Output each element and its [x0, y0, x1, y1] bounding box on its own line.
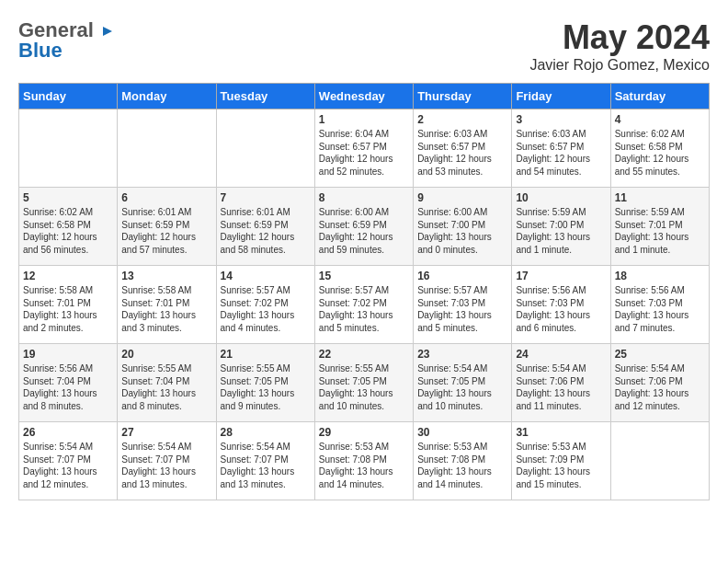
- day-number: 13: [121, 270, 211, 282]
- day-number: 31: [516, 426, 606, 439]
- day-number: 11: [615, 191, 705, 204]
- day-number: 30: [417, 426, 507, 439]
- calendar-week-row: 26Sunrise: 5:54 AM Sunset: 7:07 PM Dayli…: [19, 422, 710, 500]
- day-content: Sunrise: 6:00 AM Sunset: 7:00 PM Dayligh…: [417, 206, 507, 256]
- day-content: Sunrise: 5:56 AM Sunset: 7:04 PM Dayligh…: [23, 362, 113, 412]
- day-number: 19: [23, 348, 113, 361]
- day-content: Sunrise: 5:54 AM Sunset: 7:06 PM Dayligh…: [516, 362, 606, 412]
- day-content: Sunrise: 5:58 AM Sunset: 7:01 PM Dayligh…: [23, 284, 113, 334]
- calendar-week-row: 12Sunrise: 5:58 AM Sunset: 7:01 PM Dayli…: [19, 266, 710, 344]
- day-number: 12: [23, 270, 113, 282]
- day-content: Sunrise: 5:59 AM Sunset: 7:00 PM Dayligh…: [516, 206, 606, 256]
- day-content: Sunrise: 6:01 AM Sunset: 6:59 PM Dayligh…: [221, 206, 311, 256]
- table-row: [216, 109, 314, 188]
- table-row: 23Sunrise: 5:54 AM Sunset: 7:05 PM Dayli…: [414, 344, 512, 422]
- table-row: 21Sunrise: 5:55 AM Sunset: 7:05 PM Dayli…: [216, 344, 314, 422]
- day-number: 21: [221, 348, 311, 361]
- day-content: Sunrise: 6:01 AM Sunset: 6:59 PM Dayligh…: [121, 206, 211, 256]
- day-number: 10: [516, 191, 606, 204]
- table-row: 14Sunrise: 5:57 AM Sunset: 7:02 PM Dayli…: [216, 266, 314, 344]
- day-content: Sunrise: 6:02 AM Sunset: 6:58 PM Dayligh…: [23, 206, 113, 256]
- table-row: 9Sunrise: 6:00 AM Sunset: 7:00 PM Daylig…: [414, 188, 512, 266]
- day-number: 6: [121, 191, 211, 204]
- table-row: 25Sunrise: 5:54 AM Sunset: 7:06 PM Dayli…: [610, 344, 709, 422]
- location-subtitle: Javier Rojo Gomez, Mexico: [529, 57, 710, 74]
- day-number: 23: [417, 348, 507, 361]
- header-monday: Monday: [118, 84, 216, 109]
- title-block: May 2024 Javier Rojo Gomez, Mexico: [529, 18, 710, 74]
- table-row: 6Sunrise: 6:01 AM Sunset: 6:59 PM Daylig…: [118, 188, 216, 266]
- day-content: Sunrise: 5:55 AM Sunset: 7:05 PM Dayligh…: [319, 362, 409, 412]
- table-row: 22Sunrise: 5:55 AM Sunset: 7:05 PM Dayli…: [314, 344, 413, 422]
- day-content: Sunrise: 5:53 AM Sunset: 7:08 PM Dayligh…: [417, 441, 507, 490]
- day-number: 9: [417, 191, 507, 204]
- table-row: 1Sunrise: 6:04 AM Sunset: 6:57 PM Daylig…: [314, 109, 413, 188]
- day-content: Sunrise: 5:55 AM Sunset: 7:05 PM Dayligh…: [221, 362, 311, 412]
- day-number: 15: [319, 270, 409, 282]
- day-number: 7: [221, 191, 311, 204]
- table-row: 29Sunrise: 5:53 AM Sunset: 7:08 PM Dayli…: [314, 422, 413, 500]
- svg-marker-0: [103, 27, 112, 36]
- day-content: Sunrise: 6:03 AM Sunset: 6:57 PM Dayligh…: [516, 128, 606, 178]
- day-content: Sunrise: 5:54 AM Sunset: 7:07 PM Dayligh…: [23, 441, 113, 490]
- table-row: 13Sunrise: 5:58 AM Sunset: 7:01 PM Dayli…: [118, 266, 216, 344]
- table-row: 11Sunrise: 5:59 AM Sunset: 7:01 PM Dayli…: [610, 188, 709, 266]
- day-number: 25: [615, 348, 705, 361]
- table-row: 26Sunrise: 5:54 AM Sunset: 7:07 PM Dayli…: [19, 422, 118, 500]
- header-wednesday: Wednesday: [314, 84, 413, 109]
- day-content: Sunrise: 5:54 AM Sunset: 7:07 PM Dayligh…: [221, 441, 311, 490]
- day-content: Sunrise: 6:02 AM Sunset: 6:58 PM Dayligh…: [615, 128, 705, 178]
- day-number: 1: [319, 113, 409, 126]
- table-row: 24Sunrise: 5:54 AM Sunset: 7:06 PM Dayli…: [512, 344, 610, 422]
- day-number: 28: [221, 426, 311, 439]
- table-row: 17Sunrise: 5:56 AM Sunset: 7:03 PM Dayli…: [512, 266, 610, 344]
- day-content: Sunrise: 5:57 AM Sunset: 7:03 PM Dayligh…: [417, 284, 507, 334]
- day-content: Sunrise: 5:57 AM Sunset: 7:02 PM Dayligh…: [221, 284, 311, 334]
- day-content: Sunrise: 5:56 AM Sunset: 7:03 PM Dayligh…: [615, 284, 705, 334]
- header-sunday: Sunday: [19, 84, 118, 109]
- table-row: 15Sunrise: 5:57 AM Sunset: 7:02 PM Dayli…: [314, 266, 413, 344]
- calendar-week-row: 5Sunrise: 6:02 AM Sunset: 6:58 PM Daylig…: [19, 188, 710, 266]
- day-content: Sunrise: 6:03 AM Sunset: 6:57 PM Dayligh…: [417, 128, 507, 178]
- logo: General Blue: [18, 18, 114, 63]
- day-number: 4: [615, 113, 705, 126]
- table-row: 5Sunrise: 6:02 AM Sunset: 6:58 PM Daylig…: [19, 188, 118, 266]
- day-content: Sunrise: 5:59 AM Sunset: 7:01 PM Dayligh…: [615, 206, 705, 256]
- day-number: 29: [319, 426, 409, 439]
- day-number: 3: [516, 113, 606, 126]
- calendar-week-row: 1Sunrise: 6:04 AM Sunset: 6:57 PM Daylig…: [19, 109, 710, 188]
- day-number: 2: [417, 113, 507, 126]
- day-content: Sunrise: 6:04 AM Sunset: 6:57 PM Dayligh…: [319, 128, 409, 178]
- day-content: Sunrise: 5:54 AM Sunset: 7:06 PM Dayligh…: [615, 362, 705, 412]
- table-row: 2Sunrise: 6:03 AM Sunset: 6:57 PM Daylig…: [414, 109, 512, 188]
- table-row: 8Sunrise: 6:00 AM Sunset: 6:59 PM Daylig…: [314, 188, 413, 266]
- header-saturday: Saturday: [610, 84, 709, 109]
- day-content: Sunrise: 5:56 AM Sunset: 7:03 PM Dayligh…: [516, 284, 606, 334]
- logo-blue-text: Blue: [18, 39, 63, 63]
- table-row: 12Sunrise: 5:58 AM Sunset: 7:01 PM Dayli…: [19, 266, 118, 344]
- table-row: 28Sunrise: 5:54 AM Sunset: 7:07 PM Dayli…: [216, 422, 314, 500]
- table-row: 19Sunrise: 5:56 AM Sunset: 7:04 PM Dayli…: [19, 344, 118, 422]
- page-header: General Blue May 2024 Javier Rojo Gomez,…: [18, 18, 710, 74]
- day-content: Sunrise: 5:53 AM Sunset: 7:08 PM Dayligh…: [319, 441, 409, 490]
- table-row: 20Sunrise: 5:55 AM Sunset: 7:04 PM Dayli…: [118, 344, 216, 422]
- table-row: 10Sunrise: 5:59 AM Sunset: 7:00 PM Dayli…: [512, 188, 610, 266]
- table-row: [118, 109, 216, 188]
- day-number: 26: [23, 426, 113, 439]
- calendar-table: Sunday Monday Tuesday Wednesday Thursday…: [18, 83, 710, 500]
- day-number: 14: [221, 270, 311, 282]
- day-content: Sunrise: 5:57 AM Sunset: 7:02 PM Dayligh…: [319, 284, 409, 334]
- day-number: 8: [319, 191, 409, 204]
- table-row: 30Sunrise: 5:53 AM Sunset: 7:08 PM Dayli…: [414, 422, 512, 500]
- calendar-week-row: 19Sunrise: 5:56 AM Sunset: 7:04 PM Dayli…: [19, 344, 710, 422]
- day-content: Sunrise: 5:54 AM Sunset: 7:07 PM Dayligh…: [121, 441, 211, 490]
- day-number: 20: [121, 348, 211, 361]
- day-number: 5: [23, 191, 113, 204]
- month-title: May 2024: [529, 18, 710, 57]
- table-row: 7Sunrise: 6:01 AM Sunset: 6:59 PM Daylig…: [216, 188, 314, 266]
- day-content: Sunrise: 5:54 AM Sunset: 7:05 PM Dayligh…: [417, 362, 507, 412]
- day-content: Sunrise: 5:55 AM Sunset: 7:04 PM Dayligh…: [121, 362, 211, 412]
- day-content: Sunrise: 5:53 AM Sunset: 7:09 PM Dayligh…: [516, 441, 606, 490]
- header-thursday: Thursday: [414, 84, 512, 109]
- table-row: 31Sunrise: 5:53 AM Sunset: 7:09 PM Dayli…: [512, 422, 610, 500]
